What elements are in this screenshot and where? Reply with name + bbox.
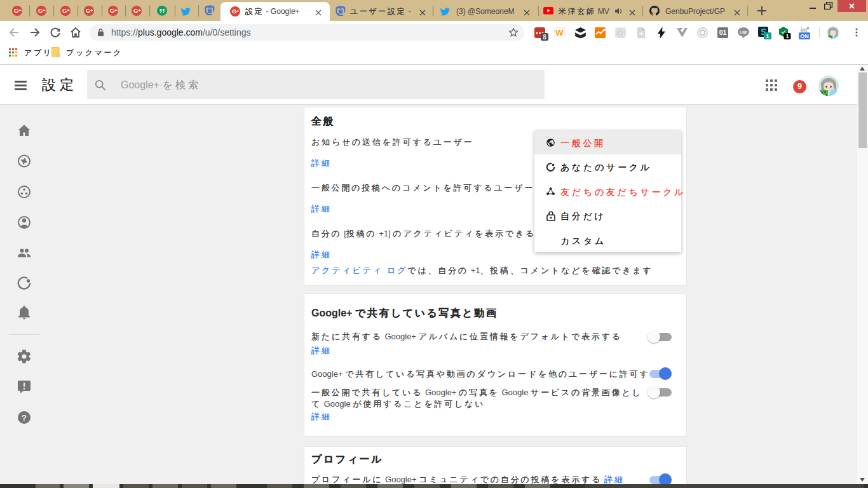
- svg-text:?: ?: [22, 413, 27, 423]
- svg-text:1: 1: [786, 33, 789, 39]
- svg-text:+: +: [236, 8, 240, 14]
- svg-text:LINE: LINE: [740, 30, 747, 34]
- svg-text:1: 1: [766, 32, 770, 39]
- svg-text:im: im: [801, 27, 808, 33]
- svg-text:8: 8: [543, 34, 546, 41]
- svg-text:ON: ON: [800, 33, 809, 39]
